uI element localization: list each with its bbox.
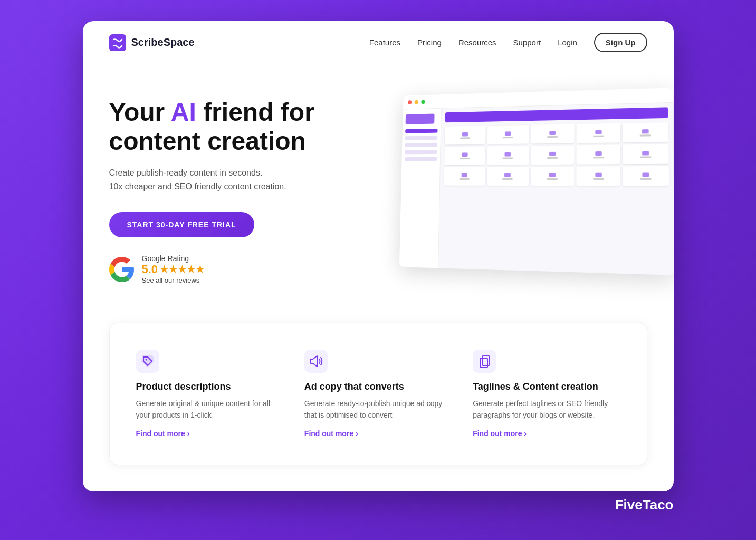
browser-mockup [399,88,673,275]
template-card [487,125,529,144]
template-card [444,167,485,185]
templates-grid [444,122,669,186]
logo-icon [109,34,126,51]
browser-content [399,103,673,275]
rating-reviews-link[interactable]: See all our reviews [142,276,205,284]
sidebar-item-5 [404,157,437,161]
feature-desc-2: Generate ready-to-publish unique ad copy… [304,398,452,421]
features-grid: Product descriptions Generate original &… [136,350,620,438]
template-card [531,124,574,143]
nav-links: Features Pricing Resources Support Login… [369,33,647,52]
footer-brand: FiveTaco [83,491,674,518]
svg-rect-4 [473,350,496,373]
svg-rect-3 [304,350,328,373]
rating-score: 5.0 ★★★★★ [142,263,205,276]
hero-subtitle: Create publish-ready content in seconds.… [109,166,341,193]
dot-yellow [414,100,418,104]
template-card [531,167,574,186]
footer-brand-text: FiveTaco [615,497,674,513]
template-card [444,146,485,165]
template-card [486,167,529,186]
template-card [576,144,620,164]
template-card [576,123,620,143]
mockup-container [362,85,663,296]
nav-login[interactable]: Login [558,38,577,47]
navigation: ScribeSpace Features Pricing Resources S… [83,21,674,64]
svg-rect-0 [109,34,126,51]
features-section: Product descriptions Generate original &… [109,323,647,465]
template-card [444,126,485,144]
app-logo-mini [405,114,434,124]
feature-title-1: Product descriptions [136,381,283,392]
template-card [487,146,529,165]
hero-title: Your AI friend for content creation [109,98,341,156]
sidebar-item-1 [405,129,437,133]
rating-info: Google Rating 5.0 ★★★★★ See all our revi… [142,254,205,284]
template-card [623,144,668,164]
logo[interactable]: ScribeSpace [109,34,195,51]
app-sidebar [399,109,441,268]
hero-left: Your AI friend for content creation Crea… [109,98,341,285]
feature-ad-copy: Ad copy that converts Generate ready-to-… [304,350,452,438]
sidebar-item-2 [405,136,437,140]
hero-title-ai: AI [171,98,196,126]
template-card [623,166,668,186]
copy-icon [473,350,496,373]
template-card [576,166,621,186]
hero-image [362,96,647,286]
nav-pricing[interactable]: Pricing [417,38,442,47]
sidebar-item-3 [405,143,437,147]
feature-product-descriptions: Product descriptions Generate original &… [136,350,283,438]
hero-section: Your AI friend for content creation Crea… [83,64,674,312]
feature-desc-1: Generate original & unique content for a… [136,398,283,421]
feature-link-3[interactable]: Find out more › [473,429,527,438]
feature-desc-3: Generate perfect taglines or SEO friendl… [473,398,620,421]
tag-icon [136,350,159,373]
hero-subtitle-line2: 10x cheaper and SEO friendly content cre… [109,180,341,194]
svg-point-2 [145,359,147,361]
google-rating[interactable]: Google Rating 5.0 ★★★★★ See all our revi… [109,254,341,284]
google-rating-label: Google Rating [142,254,205,263]
feature-title-3: Taglines & Content creation [473,381,620,392]
nav-features[interactable]: Features [369,38,400,47]
feature-link-1[interactable]: Find out more › [136,429,190,438]
rating-number: 5.0 [142,263,158,276]
templates-header-bar [445,107,668,122]
dot-red [408,100,412,104]
feature-link-2[interactable]: Find out more › [304,429,358,438]
hero-title-part1: Your [109,98,171,126]
template-card [531,145,574,165]
nav-resources[interactable]: Resources [458,38,496,47]
trial-button[interactable]: START 30-DAY FREE TRIAL [109,212,254,237]
logo-text: ScribeSpace [131,36,195,49]
dot-green [421,100,425,104]
app-main-content [438,103,674,275]
feature-title-2: Ad copy that converts [304,381,452,392]
rating-stars: ★★★★★ [160,264,205,275]
signup-button[interactable]: Sign Up [594,33,647,52]
hero-subtitle-line1: Create publish-ready content in seconds. [109,166,341,180]
megaphone-icon [304,350,328,373]
nav-support[interactable]: Support [513,38,541,47]
feature-taglines: Taglines & Content creation Generate per… [473,350,620,438]
sidebar-item-4 [405,150,437,154]
google-logo-icon [109,257,135,282]
template-card [623,122,668,142]
